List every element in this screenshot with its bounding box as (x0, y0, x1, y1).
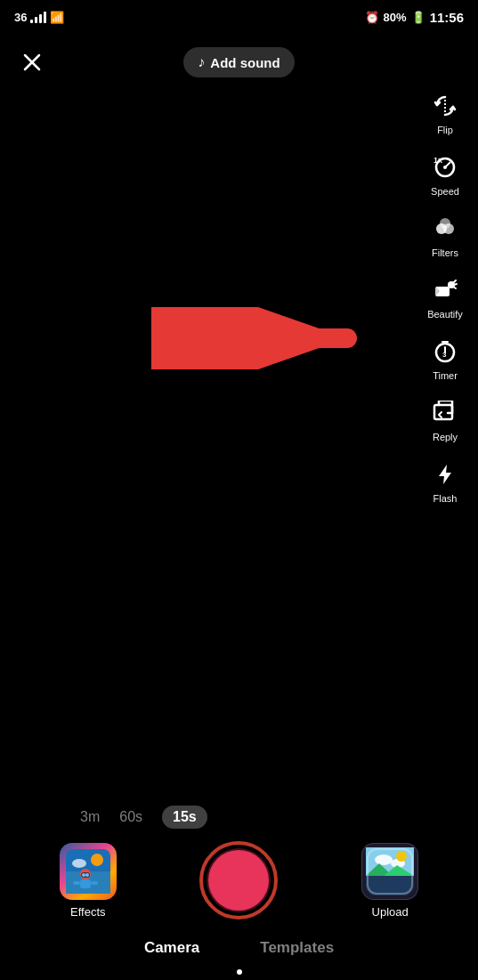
effects-illustration (66, 849, 110, 894)
svg-point-8 (440, 218, 450, 229)
svg-point-26 (72, 859, 86, 868)
reply-icon (429, 397, 461, 429)
timer-tool[interactable]: 3 Timer (421, 330, 469, 386)
reply-tool[interactable]: Reply (421, 392, 469, 448)
svg-rect-30 (91, 881, 98, 885)
upload-button[interactable]: Upload (354, 843, 425, 919)
status-left: 36 📶 (14, 11, 64, 24)
svg-line-12 (453, 280, 456, 283)
svg-point-32 (82, 873, 85, 877)
record-button-wrap (199, 841, 278, 919)
bottom-area: 3m 60s 15s (0, 806, 478, 980)
upload-icon (361, 843, 418, 900)
add-sound-label: Add sound (210, 55, 280, 70)
duration-15s[interactable]: 15s (162, 806, 207, 829)
timer-icon: 3 (429, 336, 461, 368)
effects-button[interactable]: Effects (53, 843, 124, 919)
svg-marker-20 (439, 465, 451, 484)
flip-icon (429, 90, 461, 122)
beautify-tool[interactable]: Beautify (421, 269, 469, 325)
wifi-icon: 📶 (50, 11, 64, 24)
carrier-text: 36 (14, 11, 27, 24)
flip-label: Flip (437, 125, 453, 135)
flash-icon (429, 458, 461, 490)
right-tools-panel: Flip 1x Speed Filters (421, 85, 469, 509)
close-button[interactable] (16, 46, 48, 78)
svg-line-13 (454, 284, 457, 285)
tab-indicator (0, 969, 478, 980)
record-button-inner (208, 850, 269, 911)
svg-point-37 (375, 854, 393, 865)
upload-illustration (366, 847, 414, 895)
reply-label: Reply (433, 432, 458, 442)
filters-tool[interactable]: Filters (421, 207, 469, 263)
tab-camera[interactable]: Camera (141, 934, 203, 962)
red-arrow-indicator (151, 307, 365, 373)
svg-point-39 (396, 851, 407, 862)
duration-3m[interactable]: 3m (80, 809, 100, 825)
beautify-label: Beautify (427, 309, 463, 320)
signal-icon (30, 12, 46, 23)
svg-rect-29 (73, 881, 80, 885)
flash-label: Flash (433, 493, 458, 504)
add-sound-button[interactable]: ♪ Add sound (183, 47, 294, 77)
flash-tool[interactable]: Flash (421, 453, 469, 509)
speed-badge: 1x (433, 156, 442, 165)
svg-point-25 (91, 854, 103, 866)
tab-indicator-dot (237, 969, 242, 975)
svg-point-33 (85, 873, 89, 877)
filters-label: Filters (432, 247, 458, 258)
battery-percent: 80% (384, 11, 407, 24)
status-bar: 36 📶 ⏰ 80% 🔋 11:56 (0, 0, 478, 32)
filters-icon (429, 213, 461, 245)
alarm-icon: ⏰ (365, 11, 379, 24)
top-controls: ♪ Add sound (0, 37, 478, 87)
bottom-tabs: Camera Templates (0, 934, 478, 969)
flip-tool[interactable]: Flip (421, 85, 469, 141)
tab-templates[interactable]: Templates (256, 934, 337, 962)
upload-label: Upload (372, 905, 409, 919)
close-icon (21, 52, 43, 73)
battery-icon: 🔋 (411, 11, 425, 24)
svg-line-14 (453, 287, 456, 288)
duration-60s[interactable]: 60s (119, 809, 142, 825)
music-note-icon: ♪ (198, 54, 205, 70)
camera-controls: Effects (0, 841, 478, 919)
effects-label: Effects (70, 905, 106, 919)
effects-icon (60, 843, 117, 900)
duration-row: 3m 60s 15s (0, 806, 478, 841)
beautify-icon (429, 274, 461, 306)
svg-text:3: 3 (442, 351, 447, 359)
time-display: 11:56 (430, 10, 464, 25)
speed-icon: 1x (429, 151, 461, 183)
timer-label: Timer (433, 370, 458, 381)
speed-label: Speed (431, 186, 459, 197)
speed-tool[interactable]: 1x Speed (421, 146, 469, 202)
status-right: ⏰ 80% 🔋 11:56 (365, 10, 464, 25)
record-button[interactable] (199, 841, 278, 919)
svg-rect-28 (80, 879, 91, 888)
svg-line-5 (445, 162, 450, 167)
